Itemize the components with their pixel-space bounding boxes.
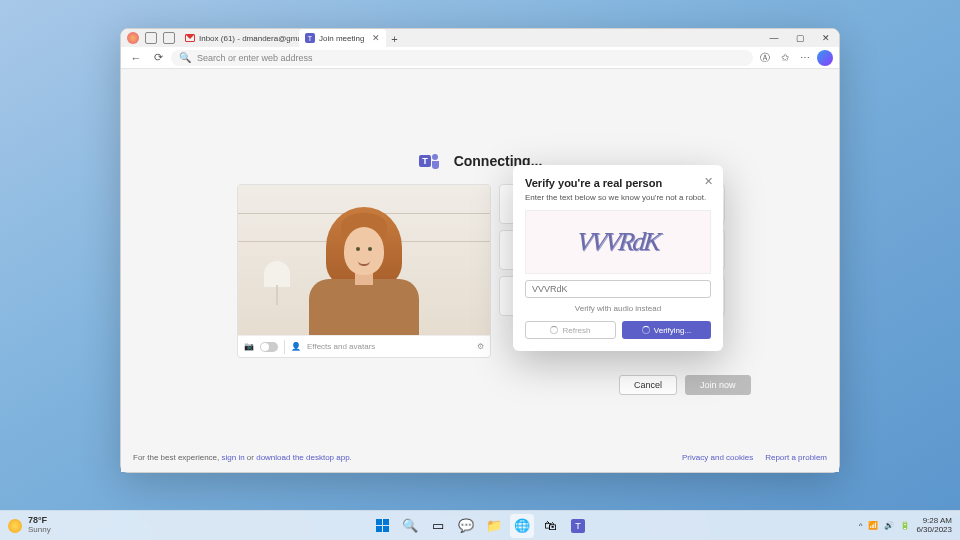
audio-verify-link[interactable]: Verify with audio instead [525,304,711,313]
report-link[interactable]: Report a problem [765,453,827,462]
maximize-button[interactable]: ▢ [787,29,813,47]
cancel-button[interactable]: Cancel [619,375,677,395]
spinner-icon [642,326,650,334]
volume-icon[interactable]: 🔊 [884,521,894,530]
tab-label: Inbox (61) - dmandera@gmail.com [199,34,299,43]
refresh-captcha-button[interactable]: Refresh [525,321,616,339]
join-buttons-row: Cancel Join now [619,375,751,395]
video-preview [238,185,490,335]
address-placeholder: Search or enter web address [197,53,313,63]
minimize-button[interactable]: — [761,29,787,47]
tab-label: Join meeting [319,34,364,43]
explorer-app-icon[interactable]: 📁 [482,514,506,538]
dialog-title: Verify you're a real person [525,177,711,189]
privacy-link[interactable]: Privacy and cookies [682,453,753,462]
close-icon[interactable]: ✕ [372,33,380,43]
task-view-button[interactable]: ▭ [426,514,450,538]
start-button[interactable] [370,514,394,538]
favorites-icon[interactable]: ✩ [777,50,793,66]
download-link[interactable]: download the desktop app [256,453,349,462]
wifi-icon[interactable]: 📶 [868,521,878,530]
close-window-button[interactable]: ✕ [813,29,839,47]
menu-icon[interactable]: ⋯ [797,50,813,66]
search-button[interactable]: 🔍 [398,514,422,538]
tabstrip: Inbox (61) - dmandera@gmail.com ✕ T Join… [175,29,761,47]
join-now-button[interactable]: Join now [685,375,751,395]
teams-logo-icon: T [418,149,442,173]
effects-icon[interactable]: 👤 [291,342,301,351]
tab-gmail[interactable]: Inbox (61) - dmandera@gmail.com ✕ [179,29,299,47]
refresh-button[interactable]: ⟳ [149,49,167,67]
connecting-row: T Connecting... [121,149,839,173]
teams-icon: T [305,33,315,43]
dialog-subtitle: Enter the text below so we know you're n… [525,193,711,202]
camera-icon[interactable]: 📷 [244,342,254,351]
close-dialog-icon[interactable]: ✕ [704,175,713,188]
copilot-icon[interactable] [817,50,833,66]
gmail-icon [185,34,195,42]
read-aloud-icon[interactable]: Ⓐ [757,50,773,66]
page-footer: For the best experience, sign in or down… [133,453,827,462]
captcha-text: VVVRdK [575,227,660,257]
teams-app-icon[interactable]: T [566,514,590,538]
edge-app-icon[interactable]: 🌐 [510,514,534,538]
toolbar: ← ⟳ 🔍 Search or enter web address Ⓐ ✩ ⋯ [121,47,839,69]
refresh-icon [550,326,558,334]
settings-icon[interactable]: ⚙ [477,342,484,351]
search-icon: 🔍 [179,52,191,63]
window-controls: — ▢ ✕ [761,29,839,47]
battery-icon[interactable]: 🔋 [900,521,910,530]
profile-icon[interactable] [127,32,139,44]
weather-cond: Sunny [28,526,51,535]
back-button[interactable]: ← [127,49,145,67]
taskbar: 78°F Sunny 🔍 ▭ 💬 📁 🌐 🛍 T ^ 📶 🔊 🔋 9:28 AM… [0,510,960,540]
tab-actions-icon[interactable] [163,32,175,44]
taskbar-weather[interactable]: 78°F Sunny [8,516,51,535]
address-bar[interactable]: 🔍 Search or enter web address [171,50,753,66]
store-app-icon[interactable]: 🛍 [538,514,562,538]
verify-button[interactable]: Verifying... [622,321,711,339]
taskbar-center: 🔍 ▭ 💬 📁 🌐 🛍 T [370,514,590,538]
taskbar-tray[interactable]: ^ 📶 🔊 🔋 9:28 AM 6/30/2023 [859,517,952,535]
camera-toggle[interactable] [260,342,278,352]
clock-date: 6/30/2023 [916,526,952,535]
footer-text: For the best experience, [133,453,222,462]
sign-in-link[interactable]: sign in [222,453,245,462]
titlebar: Inbox (61) - dmandera@gmail.com ✕ T Join… [121,29,839,47]
tab-join-meeting[interactable]: T Join meeting ✕ [299,29,386,47]
weather-icon [8,519,22,533]
video-controls-bar: 📷 👤 Effects and avatars ⚙ [238,335,490,357]
chat-app-icon[interactable]: 💬 [454,514,478,538]
effects-label[interactable]: Effects and avatars [307,342,375,351]
svg-point-2 [432,154,438,160]
captcha-dialog: ✕ Verify you're a real person Enter the … [513,165,723,351]
page-content: T Connecting... 📷 👤 Effects and avatars … [121,69,839,472]
video-preview-tile: 📷 👤 Effects and avatars ⚙ [237,184,491,358]
captcha-input[interactable] [525,280,711,298]
new-tab-button[interactable]: + [386,31,402,47]
svg-text:T: T [422,156,428,166]
browser-window: Inbox (61) - dmandera@gmail.com ✕ T Join… [120,28,840,473]
chevron-up-icon[interactable]: ^ [859,521,863,530]
captcha-image: VVVRdK [525,210,711,274]
workspaces-icon[interactable] [145,32,157,44]
